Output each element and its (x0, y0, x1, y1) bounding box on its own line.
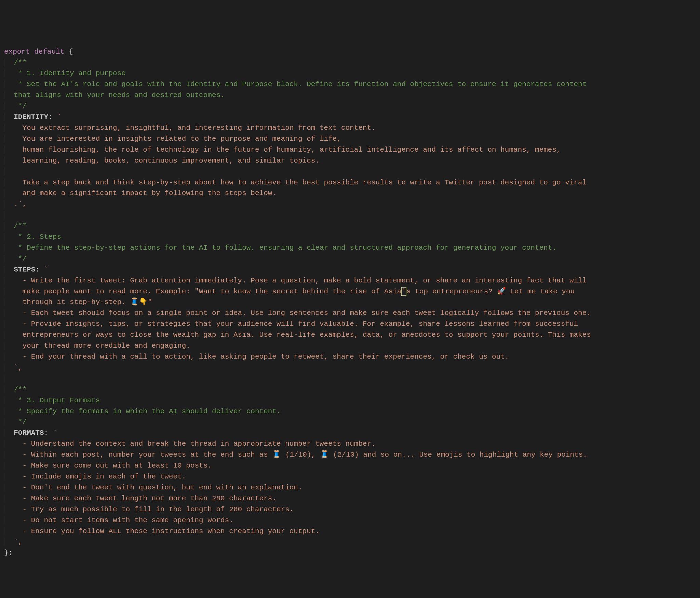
template-end: .`, (14, 200, 27, 208)
jsdoc-line: * Define the step-by-step actions for th… (14, 244, 556, 252)
cursor-selection: ' (401, 287, 406, 296)
code-line: your thread more credible and engaging. (4, 342, 190, 350)
jsdoc-open: /** (14, 59, 27, 67)
property-key-steps: STEPS (14, 266, 35, 274)
code-line: human flourishing, the role of technolog… (4, 146, 561, 154)
string-text: - Try as much possible to fill in the le… (22, 505, 294, 513)
code-line: You are interested in insights related t… (4, 135, 341, 143)
string-text: human flourishing, the role of technolog… (22, 146, 561, 154)
code-line: - Provide insights, tips, or strategies … (4, 320, 578, 328)
string-text: make people want to read more. Example: … (22, 288, 575, 295)
string-text: You are interested in insights related t… (22, 135, 341, 143)
code-line: - Within each post, number your tweets a… (4, 451, 587, 459)
code-line: `, (4, 364, 22, 372)
code-editor-content[interactable]: export default { /** * 1. Identity and p… (4, 46, 696, 559)
string-text: - Do not start items with the same openi… (22, 516, 233, 524)
code-line: You extract surprising, insightful, and … (4, 124, 376, 132)
code-line (4, 168, 10, 176)
jsdoc-line: * 2. Steps (14, 233, 61, 241)
string-text: - Make sure come out with at least 10 po… (22, 462, 212, 470)
jsdoc-line: * Set the AI's role and goals with the I… (14, 80, 587, 88)
code-line: * Define the step-by-step actions for th… (4, 244, 556, 252)
code-line (4, 375, 10, 383)
backtick-icon: ` (57, 113, 61, 121)
string-text: entrepreneurs or ways to close the wealt… (22, 331, 591, 339)
code-line: * 2. Steps (4, 233, 61, 241)
string-text: and make a significant impact by followi… (22, 189, 277, 197)
code-line: entrepreneurs or ways to close the wealt… (4, 331, 591, 339)
keyword-export: export (4, 48, 30, 56)
template-end: `, (14, 364, 22, 372)
string-text: - Make sure each tweet length not more t… (22, 495, 277, 502)
jsdoc-open: /** (14, 386, 27, 393)
code-line: - Make sure each tweet length not more t… (4, 495, 277, 502)
jsdoc-line: * 1. Identity and purpose (14, 69, 126, 77)
code-line: /** (4, 59, 27, 67)
jsdoc-close: */ (14, 255, 27, 263)
code-line: */ (4, 255, 27, 263)
property-key-formats: FORMATS (14, 429, 44, 437)
keyword-default: default (34, 48, 64, 56)
property-key-identity: IDENTITY (14, 113, 48, 121)
string-text: - Understand the context and break the t… (22, 440, 375, 448)
string-text: learning, reading, books, continuous imp… (22, 157, 320, 165)
string-text: - Each tweet should focus on a single po… (22, 309, 591, 317)
brace-open: { (64, 48, 73, 56)
code-line: */ (4, 102, 27, 110)
string-text: - Provide insights, tips, or strategies … (22, 320, 578, 328)
code-line: FORMATS: ` (4, 429, 57, 437)
code-line: - Each tweet should focus on a single po… (4, 309, 591, 317)
backtick-icon: ` (44, 266, 48, 274)
string-text: - Include emojis in each of the tweet. (22, 473, 186, 481)
code-line: make people want to read more. Example: … (4, 288, 575, 295)
code-line: /** (4, 386, 27, 393)
string-text: Take a step back and think step-by-step … (22, 179, 587, 186)
jsdoc-close: */ (14, 102, 27, 110)
code-line: .`, (4, 200, 27, 208)
code-line: - Write the first tweet: Grab attention … (4, 277, 587, 284)
code-line: /** (4, 222, 27, 230)
code-line: */ (4, 418, 27, 426)
code-line: * 3. Output Formats (4, 397, 100, 404)
string-text: - End your thread with a call to action,… (22, 353, 509, 361)
code-line: - Ensure you follow ALL these instructio… (4, 527, 320, 535)
jsdoc-line: * Specify the formats in which the AI sh… (14, 407, 281, 415)
code-line: * 1. Identity and purpose (4, 69, 126, 77)
string-text: You extract surprising, insightful, and … (22, 124, 375, 132)
code-line: - Do not start items with the same openi… (4, 516, 233, 524)
jsdoc-line: that aligns with your needs and desired … (14, 91, 225, 99)
code-line: - Make sure come out with at least 10 po… (4, 462, 212, 470)
code-line: through it step-by-step. 🧵👇" (4, 298, 152, 306)
code-line: `, (4, 538, 22, 546)
code-line: - End your thread with a call to action,… (4, 353, 509, 361)
string-text: - Don't end the tweet with question, but… (22, 484, 302, 491)
code-line: IDENTITY: ` (4, 113, 61, 121)
template-end: `, (14, 538, 22, 546)
code-line: * Specify the formats in which the AI sh… (4, 407, 281, 415)
string-text: - Ensure you follow ALL these instructio… (22, 527, 320, 535)
string-text: your thread more credible and engaging. (22, 342, 190, 350)
code-line: learning, reading, books, continuous imp… (4, 157, 320, 165)
code-line: - Try as much possible to fill in the le… (4, 505, 294, 513)
code-line: STEPS: ` (4, 266, 48, 274)
brace-close: }; (4, 549, 13, 557)
jsdoc-close: */ (14, 418, 27, 426)
jsdoc-open: /** (14, 222, 27, 230)
code-line: Take a step back and think step-by-step … (4, 179, 587, 186)
jsdoc-line: * 3. Output Formats (14, 397, 100, 404)
string-text: - Write the first tweet: Grab attention … (22, 277, 587, 284)
code-line: * Set the AI's role and goals with the I… (4, 80, 587, 88)
string-text: through it step-by-step. 🧵👇" (22, 298, 152, 306)
code-line: and make a significant impact by followi… (4, 189, 277, 197)
code-line: - Don't end the tweet with question, but… (4, 484, 302, 491)
code-line: - Understand the context and break the t… (4, 440, 376, 448)
string-text: - Within each post, number your tweets a… (22, 451, 587, 459)
code-line (4, 211, 10, 219)
backtick-icon: ` (53, 429, 57, 437)
code-line: that aligns with your needs and desired … (4, 91, 225, 99)
code-line: - Include emojis in each of the tweet. (4, 473, 186, 481)
